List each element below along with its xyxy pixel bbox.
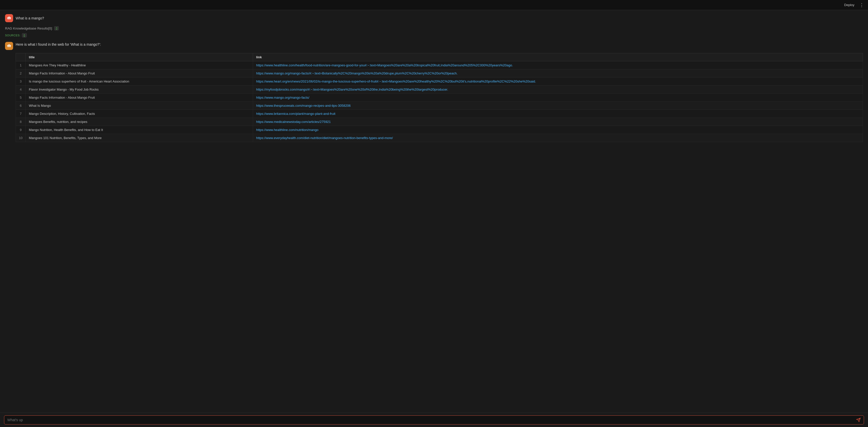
more-icon[interactable]: ⋮ (860, 2, 864, 8)
send-icon (856, 418, 861, 422)
col-header-empty (16, 53, 26, 61)
result-link[interactable]: https://www.britannica.com/plant/mango-p… (256, 112, 335, 116)
results-table-container: title link 1Mangoes Are They Healthy - H… (16, 53, 863, 142)
bot-robot-icon (7, 44, 11, 48)
chat-input[interactable] (7, 418, 856, 422)
row-link-cell: https://www.everydayhealth.com/diet-nutr… (253, 134, 863, 142)
col-header-link: link (253, 53, 863, 61)
result-link[interactable]: https://www.thespruceeats.com/mango-reci… (256, 104, 350, 108)
svg-point-1 (8, 18, 9, 18)
row-title-cell: Mango Facts Information - About Mango Fr… (26, 69, 253, 78)
row-link-cell: https://www.mango.org/mango-facts/ (253, 94, 863, 102)
svg-point-2 (9, 18, 10, 18)
robot-icon (7, 16, 11, 21)
user-message-row: What is a mango? (5, 14, 863, 22)
rag-line: RAG Knowledgebase Results[0]: [] (5, 26, 863, 30)
svg-rect-6 (10, 18, 11, 19)
table-row: 8Mangoes Benefits, nutrition, and recipe… (16, 118, 863, 126)
svg-rect-3 (9, 17, 9, 17)
row-title-cell: Mangoes Are They Healthy - Healthline (26, 61, 253, 69)
row-link-cell: https://www.healthline.com/health/food-n… (253, 61, 863, 69)
row-title-cell: Mangoes Benefits, nutrition, and recipes (26, 118, 253, 126)
top-bar: Deploy ⋮ (0, 0, 868, 10)
row-title-cell: Mango Facts Information - About Mango Fr… (26, 94, 253, 102)
sources-badge: [] (22, 33, 27, 37)
svg-point-9 (9, 46, 10, 46)
row-title-cell: Flavor Investigator Mango - My Food Job … (26, 86, 253, 94)
deploy-button[interactable]: Deploy (842, 2, 857, 8)
row-link-cell: https://www.mango.org/mango-facts/#:~:te… (253, 69, 863, 78)
row-num-cell: 9 (16, 126, 26, 134)
table-row: 3Is mango the luscious superhero of frui… (16, 78, 863, 86)
row-num-cell: 1 (16, 61, 26, 69)
row-title-cell: Is mango the luscious superhero of fruit… (26, 78, 253, 86)
input-wrapper (4, 416, 864, 425)
user-avatar (5, 14, 13, 22)
row-link-cell: https://www.medicalnewstoday.com/article… (253, 118, 863, 126)
row-num-cell: 5 (16, 94, 26, 102)
result-link[interactable]: https://www.medicalnewstoday.com/article… (256, 120, 331, 124)
table-row: 6What Is Mangohttps://www.thespruceeats.… (16, 102, 863, 110)
result-link[interactable]: https://myfoodjobrocks.com/mango/#:~:tex… (256, 88, 448, 91)
table-row: 9Mango Nutrition, Health Benefits, and H… (16, 126, 863, 134)
row-num-cell: 8 (16, 118, 26, 126)
sources-label: SOURCES: (5, 34, 21, 37)
table-row: 10Mangoes 101 Nutrition, Benefits, Types… (16, 134, 863, 142)
table-row: 4Flavor Investigator Mango - My Food Job… (16, 86, 863, 94)
row-title-cell: Mango Nutrition, Health Benefits, and Ho… (26, 126, 253, 134)
row-num-cell: 10 (16, 134, 26, 142)
row-title-cell: What Is Mango (26, 102, 253, 110)
main-content: What is a mango? RAG Knowledgebase Resul… (0, 10, 868, 412)
col-header-title: title (26, 53, 253, 61)
user-message-text: What is a mango? (16, 16, 44, 20)
bot-message-row: Here is what I found in the web for 'Wha… (5, 41, 863, 50)
rag-badge: [] (54, 26, 59, 30)
bot-avatar (5, 42, 13, 50)
svg-rect-5 (7, 18, 8, 19)
result-link[interactable]: https://www.everydayhealth.com/diet-nutr… (256, 136, 393, 140)
row-num-cell: 3 (16, 78, 26, 86)
table-header-row: title link (16, 53, 863, 61)
input-bar (0, 412, 868, 427)
svg-point-8 (8, 46, 9, 46)
table-row: 1Mangoes Are They Healthy - Healthlineht… (16, 61, 863, 69)
results-table: title link 1Mangoes Are They Healthy - H… (16, 53, 863, 142)
result-link[interactable]: https://www.mango.org/mango-facts/ (256, 96, 309, 99)
row-link-cell: https://myfoodjobrocks.com/mango/#:~:tex… (253, 86, 863, 94)
table-row: 2Mango Facts Information - About Mango F… (16, 69, 863, 78)
row-num-cell: 6 (16, 102, 26, 110)
svg-rect-12 (7, 46, 8, 46)
rag-label: RAG Knowledgebase Results[0]: (5, 27, 53, 30)
result-link[interactable]: https://www.heart.org/en/news/2021/06/02… (256, 80, 536, 83)
table-row: 7Mango Description, History, Cultivation… (16, 110, 863, 118)
sources-line: SOURCES: [] (5, 33, 863, 37)
table-row: 5Mango Facts Information - About Mango F… (16, 94, 863, 102)
result-link[interactable]: https://www.healthline.com/nutrition/man… (256, 128, 318, 132)
row-num-cell: 2 (16, 69, 26, 78)
result-link[interactable]: https://www.healthline.com/health/food-n… (256, 63, 513, 67)
row-link-cell: https://www.heart.org/en/news/2021/06/02… (253, 78, 863, 86)
row-link-cell: https://www.thespruceeats.com/mango-reci… (253, 102, 863, 110)
svg-rect-13 (10, 46, 11, 46)
svg-rect-11 (8, 47, 10, 47)
send-button[interactable] (856, 418, 861, 422)
bot-message-text: Here is what I found in the web for 'Wha… (16, 41, 101, 47)
row-link-cell: https://www.healthline.com/nutrition/man… (253, 126, 863, 134)
svg-rect-4 (8, 19, 10, 19)
row-num-cell: 4 (16, 86, 26, 94)
svg-rect-10 (9, 44, 9, 45)
result-link[interactable]: https://www.mango.org/mango-facts/#:~:te… (256, 72, 458, 75)
row-title-cell: Mangoes 101 Nutrition, Benefits, Types, … (26, 134, 253, 142)
row-link-cell: https://www.britannica.com/plant/mango-p… (253, 110, 863, 118)
row-title-cell: Mango Description, History, Cultivation,… (26, 110, 253, 118)
row-num-cell: 7 (16, 110, 26, 118)
